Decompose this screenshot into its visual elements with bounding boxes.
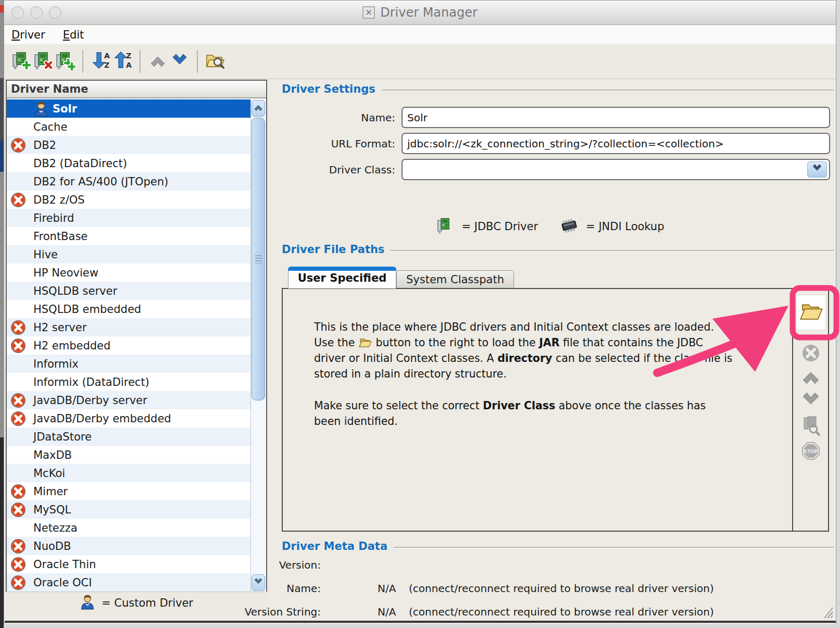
driver-list-item[interactable]: Oracle OCI — [7, 573, 250, 592]
svg-text:A: A — [104, 52, 110, 60]
background-window-sliver — [0, 0, 4, 628]
url-format-field[interactable]: jdbc:solr://<zk_connection_string>/?coll… — [402, 133, 830, 154]
new-driver-button[interactable] — [10, 51, 32, 72]
driver-list-item[interactable]: Informix — [7, 355, 250, 373]
meta-note: (connect/reconnect required to browse re… — [409, 606, 714, 618]
driver-list-item[interactable]: DB2 for AS/400 (JTOpen) — [7, 172, 250, 191]
driver-class-label: Driver Class: — [282, 164, 395, 176]
move-up-button[interactable] — [147, 51, 169, 72]
tab-label: User Specified — [298, 272, 386, 284]
remove-path-icon — [800, 343, 821, 366]
driver-meta-data-section: Driver Meta Data — [282, 540, 834, 552]
driver-list-scrollbar[interactable] — [250, 99, 266, 592]
meta-label: Name: — [230, 582, 321, 595]
move-down-button[interactable] — [169, 51, 191, 72]
driver-list-item[interactable]: JavaDB/Derby server — [7, 391, 250, 409]
driver-name-label: FrontBase — [33, 230, 87, 243]
driver-list-item[interactable]: Oracle Thin — [7, 555, 250, 573]
driver-list-item[interactable]: JavaDB/Derby embedded — [7, 409, 250, 428]
driver-list-item[interactable]: H2 embedded — [7, 336, 250, 355]
scrollbar-thumb[interactable] — [252, 118, 265, 400]
sort-ascending-button[interactable]: AZ — [90, 51, 111, 72]
error-icon — [10, 192, 33, 208]
driver-name-label: Informix (DataDirect) — [33, 376, 149, 388]
custom-driver-icon — [33, 101, 53, 117]
meta-value: N/A — [378, 606, 396, 618]
window-x-icon: ✕ — [362, 6, 375, 19]
name-field[interactable]: Solr — [402, 107, 830, 128]
driver-name-label: JavaDB/Derby embedded — [33, 412, 171, 425]
toolbar-divider — [140, 50, 141, 73]
sort-descending-button[interactable]: ZA — [111, 51, 133, 72]
tab-user-specified[interactable]: User Specified — [288, 267, 396, 288]
custom-driver-icon — [80, 594, 95, 612]
legend-label: = JNDI Lookup — [586, 220, 664, 233]
driver-list-item[interactable]: McKoi — [7, 464, 250, 482]
driver-list-item[interactable]: HP Neoview — [7, 263, 250, 282]
driver-name-label: Oracle Thin — [33, 558, 96, 571]
find-driver-class-icon — [801, 416, 821, 438]
error-icon — [10, 556, 33, 573]
error-icon — [10, 501, 33, 518]
driver-list-item[interactable]: DB2 z/OS — [7, 191, 250, 209]
driver-list-item[interactable]: H2 server — [7, 318, 250, 336]
driver-list-header[interactable]: Driver Name — [7, 81, 266, 98]
driver-list-item[interactable]: HSQLDB server — [7, 282, 250, 300]
driver-list-item[interactable]: DB2 — [7, 136, 250, 154]
toolbar: AZZA — [4, 44, 836, 79]
remove-driver-button[interactable] — [32, 51, 54, 72]
jdbc-driver-icon — [436, 217, 454, 237]
driver-list-item[interactable]: Netezza — [7, 519, 250, 537]
copy-driver-icon — [55, 51, 75, 72]
legend-label: = JDBC Driver — [461, 220, 538, 233]
window-title: Driver Manager — [380, 5, 478, 20]
open-file-button[interactable] — [796, 295, 826, 330]
new-driver-icon — [11, 51, 31, 72]
icon-legend: = JDBC Driver = JNDI Lookup — [282, 216, 834, 237]
driver-list-item[interactable]: FrontBase — [7, 227, 250, 245]
error-icon — [10, 574, 33, 591]
driver-class-combobox[interactable] — [402, 159, 830, 180]
driver-list-item[interactable]: JDataStore — [7, 428, 250, 446]
driver-list-item[interactable]: Hive — [7, 245, 250, 263]
error-icon — [10, 392, 33, 409]
find-driver-files-button[interactable] — [204, 51, 226, 72]
resize-grip-icon[interactable] — [821, 602, 834, 619]
driver-list-item[interactable]: HSQLDB embedded — [7, 300, 250, 318]
driver-meta-data-title: Driver Meta Data — [282, 540, 387, 552]
driver-list-item[interactable]: Solr — [7, 99, 250, 118]
driver-list-item[interactable]: Firebird — [7, 209, 250, 227]
user-specified-tab-panel: This is the place where JDBC drivers and… — [282, 288, 829, 532]
move-up-icon — [148, 51, 167, 72]
driver-name-label: H2 server — [33, 321, 86, 334]
move-path-up-button — [800, 367, 822, 388]
driver-name-label: HP Neoview — [33, 267, 98, 279]
driver-name-label: Mimer — [33, 485, 68, 498]
driver-list-item[interactable]: Mimer — [7, 482, 250, 500]
menu-item-edit[interactable]: Edit — [63, 29, 84, 41]
driver-list-item[interactable]: Cache — [7, 118, 250, 136]
driver-list-item[interactable]: DB2 (DataDirect) — [7, 154, 250, 172]
driver-list-item[interactable]: Informix (DataDirect) — [7, 373, 250, 391]
move-down-icon — [170, 51, 189, 72]
driver-name-label: DB2 (DataDirect) — [33, 157, 127, 170]
sort-descending-icon: ZA — [112, 51, 133, 72]
copy-driver-button[interactable] — [54, 51, 76, 72]
driver-class-dropdown-button[interactable] — [807, 161, 827, 178]
tab-system-classpath[interactable]: System Classpath — [396, 270, 514, 288]
driver-name-label: Netezza — [33, 522, 78, 534]
driver-name-label: NuoDB — [33, 540, 71, 552]
menu-item-driver[interactable]: Driver — [11, 29, 45, 41]
driver-list-body: SolrCache DB2DB2 (DataDirect)DB2 for AS/… — [7, 99, 250, 592]
name-label: Name: — [282, 111, 395, 124]
driver-list-item[interactable]: MaxDB — [7, 446, 250, 464]
driver-name-label: MaxDB — [33, 449, 72, 461]
driver-settings-section: Driver Settings — [282, 83, 834, 95]
sort-ascending-icon: AZ — [90, 51, 111, 72]
section-rule — [394, 547, 834, 548]
scroll-up-button[interactable] — [252, 100, 265, 117]
error-icon — [10, 538, 33, 555]
driver-list-item[interactable]: MySQL — [7, 500, 250, 519]
driver-name-label: DB2 — [33, 139, 56, 152]
driver-list-item[interactable]: NuoDB — [7, 537, 250, 555]
